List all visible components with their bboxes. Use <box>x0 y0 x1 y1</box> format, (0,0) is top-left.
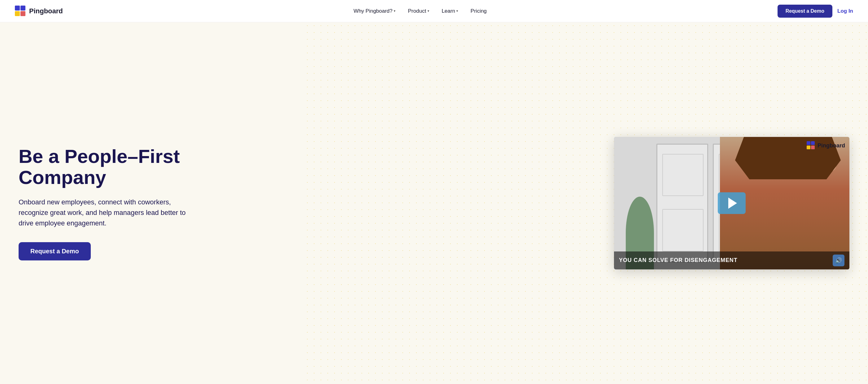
svg-rect-4 <box>807 146 810 149</box>
watermark-logo-icon <box>807 141 815 150</box>
video-watermark: Pingboard <box>807 141 845 150</box>
svg-rect-3 <box>21 11 25 16</box>
video-play-button[interactable] <box>718 192 746 214</box>
main-nav: Pingboard Why Pingboard? ▾ Product ▾ Lea… <box>0 0 868 22</box>
hero-video[interactable]: Pingboard YOU CAN SOLVE FOR DISENGAGEMEN… <box>614 137 849 269</box>
video-caption-bar: YOU CAN SOLVE FOR DISENGAGEMENT 🔊 <box>614 252 849 269</box>
nav-link-pricing[interactable]: Pricing <box>466 6 492 17</box>
watermark-text: Pingboard <box>817 142 845 149</box>
video-placeholder: Pingboard YOU CAN SOLVE FOR DISENGAGEMEN… <box>614 137 849 269</box>
hero-request-demo-button[interactable]: Request a Demo <box>19 242 91 260</box>
svg-rect-1 <box>15 6 20 10</box>
logo-text: Pingboard <box>29 7 63 15</box>
svg-rect-7 <box>811 146 815 149</box>
video-caption-text: YOU CAN SOLVE FOR DISENGAGEMENT <box>619 257 738 263</box>
svg-rect-2 <box>21 6 25 10</box>
door-left <box>656 144 708 263</box>
hero-title: Be a People–First Company <box>19 146 192 188</box>
svg-rect-0 <box>15 11 20 16</box>
chevron-down-icon: ▾ <box>394 9 396 13</box>
hero-subtitle: Onboard new employees, connect with cowo… <box>19 197 192 228</box>
nav-login-button[interactable]: Log In <box>837 8 853 14</box>
nav-actions: Request a Demo Log In <box>778 5 853 18</box>
chevron-down-icon: ▾ <box>428 9 429 13</box>
svg-rect-5 <box>807 141 810 145</box>
volume-icon: 🔊 <box>835 257 842 264</box>
nav-item-pricing: Pricing <box>466 6 492 17</box>
nav-item-product: Product ▾ <box>403 6 434 17</box>
nav-item-learn: Learn ▾ <box>437 6 463 17</box>
play-icon <box>728 198 737 209</box>
nav-link-product[interactable]: Product ▾ <box>403 6 434 17</box>
nav-links: Why Pingboard? ▾ Product ▾ Learn ▾ Prici… <box>348 6 492 17</box>
video-volume-button[interactable]: 🔊 <box>833 255 844 266</box>
nav-item-why: Why Pingboard? ▾ <box>348 6 401 17</box>
nav-link-why[interactable]: Why Pingboard? ▾ <box>348 6 401 17</box>
hero-section: Be a People–First Company Onboard new em… <box>0 22 868 384</box>
nav-link-learn[interactable]: Learn ▾ <box>437 6 463 17</box>
nav-request-demo-button[interactable]: Request a Demo <box>778 5 832 18</box>
chevron-down-icon: ▾ <box>456 9 458 13</box>
pingboard-logo-icon <box>15 6 26 17</box>
logo-link[interactable]: Pingboard <box>15 6 63 17</box>
hero-content: Be a People–First Company Onboard new em… <box>19 146 192 260</box>
svg-rect-6 <box>811 141 815 145</box>
